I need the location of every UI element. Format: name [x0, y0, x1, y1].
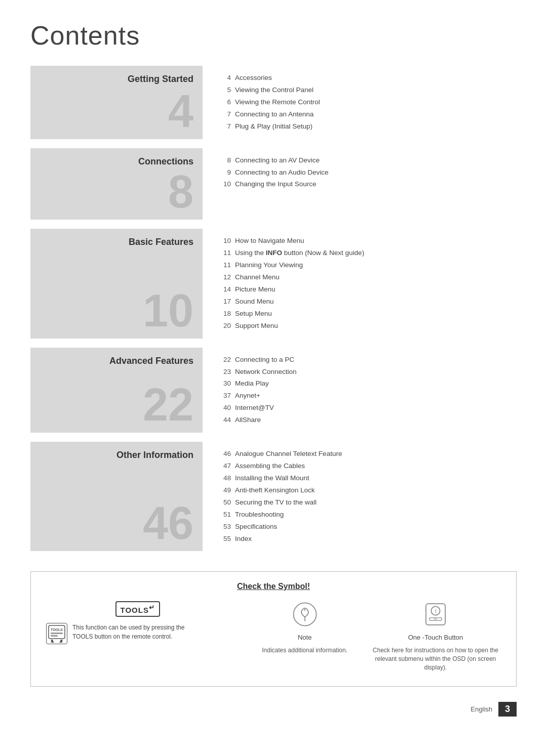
toc-title-advanced-features: Advanced Features [109, 356, 193, 367]
page-footer: English 3 [30, 702, 517, 717]
toc-item: 49Anti-theft Kensington Lock [217, 485, 517, 496]
toc-item-num: 30 [217, 379, 231, 389]
toc-number-other-information: 46 [143, 500, 193, 546]
toc-item-num: 40 [217, 403, 231, 413]
toc-item: 50Securing the TV to the wall [217, 497, 517, 508]
toc-item-num: 5 [217, 85, 231, 96]
toc-item: 14Picture Menu [217, 284, 517, 295]
symbol-box-title: Check the Symbol! [46, 582, 501, 591]
symbol-col-tools: TOOLS↵ TOOLS This function can be used b… [46, 601, 240, 644]
footer-page: 3 [498, 702, 517, 717]
toc-container: Getting Started44Accessories5Viewing the… [30, 66, 517, 551]
onetouch-icon: ℓ m [422, 601, 449, 629]
toc-item: 30Media Play [217, 379, 517, 389]
toc-items-basic-features: 10How to Navigate Menu11Using the INFO b… [203, 229, 517, 338]
toc-item-text: Accessories [235, 73, 272, 83]
symbol-row: TOOLS↵ TOOLS This function can be used b… [46, 601, 501, 671]
toc-item: 7Connecting to an Antenna [217, 109, 517, 120]
toc-label-basic-features: Basic Features10 [30, 229, 203, 338]
toc-item-num: 48 [217, 473, 231, 484]
toc-item-num: 17 [217, 297, 231, 307]
svg-text:ℓ: ℓ [435, 608, 437, 614]
svg-rect-0 [49, 625, 65, 639]
toc-item-text: Viewing the Remote Control [235, 97, 320, 108]
toc-item-text: Specifications [235, 522, 277, 532]
toc-item-text: Media Play [235, 379, 269, 389]
toc-item-num: 46 [217, 449, 231, 459]
toc-item-text: Connecting to an Antenna [235, 109, 314, 120]
toc-item: 55Index [217, 534, 517, 544]
toc-item-text: Internet@TV [235, 403, 274, 413]
toc-item-num: 53 [217, 522, 231, 532]
toc-item-num: 7 [217, 109, 231, 120]
toc-item-num: 4 [217, 73, 231, 83]
toc-item: 53Specifications [217, 522, 517, 532]
toc-item-text: Support Menu [235, 321, 278, 331]
toc-item: 6Viewing the Remote Control [217, 97, 517, 108]
toc-item-text: Using the INFO button (Now & Next guide) [235, 248, 364, 259]
symbol-col-onetouch: ℓ m One -Touch Button Check here for ins… [370, 601, 501, 671]
toc-item: 48Installing the Wall Mount [217, 473, 517, 484]
toc-section-other-information: Other Information4646Analogue Channel Te… [30, 442, 517, 551]
toc-item: 11Planning Your Viewing [217, 260, 517, 271]
toc-item-num: 10 [217, 179, 231, 190]
toc-item-num: 9 [217, 167, 231, 178]
toc-item: 17Sound Menu [217, 297, 517, 307]
toc-items-connections: 8Connecting to an AV Device9Connecting t… [203, 148, 517, 220]
toc-item-num: 6 [217, 97, 231, 108]
toc-item-text: Anynet+ [235, 391, 260, 401]
toc-item-text: Installing the Wall Mount [235, 473, 309, 484]
toc-item-text: Sound Menu [235, 297, 274, 307]
toc-section-basic-features: Basic Features1010How to Navigate Menu11… [30, 229, 517, 338]
toc-item-text: Viewing the Control Panel [235, 85, 314, 96]
toc-items-advanced-features: 22Connecting to a PC23Network Connection… [203, 348, 517, 433]
toc-item-text: Planning Your Viewing [235, 260, 303, 271]
onetouch-label: One -Touch Button [408, 634, 463, 641]
toc-item: 23Network Connection [217, 367, 517, 377]
toc-item-text: Securing the TV to the wall [235, 497, 317, 508]
toc-item: 46Analogue Channel Teletext Feature [217, 449, 517, 459]
toc-section-connections: Connections88Connecting to an AV Device9… [30, 148, 517, 220]
toc-item-text: Setup Menu [235, 309, 272, 319]
toc-item-text: Troubleshooting [235, 510, 284, 520]
toc-label-other-information: Other Information46 [30, 442, 203, 551]
toc-item-num: 10 [217, 236, 231, 246]
toc-number-getting-started: 4 [168, 89, 193, 134]
toc-items-other-information: 46Analogue Channel Teletext Feature47Ass… [203, 442, 517, 551]
tools-badge-suffix: ↵ [149, 604, 155, 611]
toc-item-num: 20 [217, 321, 231, 331]
toc-item-num: 14 [217, 284, 231, 295]
toc-label-getting-started: Getting Started4 [30, 66, 203, 139]
toc-item-text: How to Navigate Menu [235, 236, 304, 246]
tools-desc-line1: This function can be used by pressing th… [72, 624, 184, 631]
tools-symbol-group: TOOLS↵ [115, 601, 160, 617]
svg-rect-3 [51, 635, 58, 637]
toc-item-text: Analogue Channel Teletext Feature [235, 449, 342, 459]
toc-item-num: 8 [217, 155, 231, 166]
toc-item-text: Connecting to a PC [235, 355, 294, 365]
toc-item-text: Connecting to an Audio Device [235, 167, 329, 178]
toc-item-num: 12 [217, 272, 231, 283]
toc-items-getting-started: 4Accessories5Viewing the Control Panel6V… [203, 66, 517, 139]
toc-item-text: Changing the Input Source [235, 179, 317, 190]
svg-text:m: m [434, 618, 437, 621]
toc-item-text: Anti-theft Kensington Lock [235, 485, 315, 496]
toc-item: 22Connecting to a PC [217, 355, 517, 365]
note-icon [292, 601, 318, 629]
toc-item: 10How to Navigate Menu [217, 236, 517, 246]
toc-item: 4Accessories [217, 73, 517, 83]
symbol-col-note: Note Indicates additional information. [240, 601, 370, 655]
toc-item-num: 51 [217, 510, 231, 520]
symbol-box: Check the Symbol! TOOLS↵ TOOLS [30, 571, 517, 686]
tools-desc-row: TOOLS This function can be used by press… [46, 623, 229, 644]
toc-title-other-information: Other Information [116, 450, 193, 461]
toc-item-text: Assembling the Cables [235, 461, 305, 472]
toc-item: 44AllShare [217, 415, 517, 426]
toc-item-num: 50 [217, 497, 231, 508]
toc-item-num: 47 [217, 461, 231, 472]
tools-badge-text: TOOLS [121, 606, 149, 614]
note-desc: Indicates additional information. [262, 646, 347, 655]
toc-number-connections: 8 [168, 169, 193, 215]
toc-item-num: 23 [217, 367, 231, 377]
toc-item: 10Changing the Input Source [217, 179, 517, 190]
